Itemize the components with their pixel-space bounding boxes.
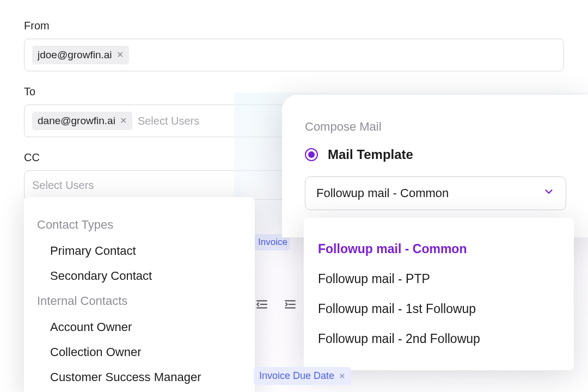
contact-type-item[interactable]: Account Owner: [37, 315, 242, 340]
template-option[interactable]: Followup mail - PTP: [318, 264, 560, 294]
indent-decrease-icon[interactable]: [255, 297, 269, 314]
invoice-due-date-text: Invoice Due Date: [259, 370, 334, 382]
chevron-down-icon: [543, 186, 555, 201]
indent-increase-icon[interactable]: [283, 297, 297, 314]
cc-placeholder: Select Users: [32, 179, 94, 192]
from-chip[interactable]: jdoe@growfin.ai ✕: [32, 46, 129, 64]
template-option[interactable]: Followup mail - 2nd Followup: [318, 324, 560, 354]
template-select[interactable]: Followup mail - Common: [305, 176, 566, 210]
close-icon[interactable]: ✕: [339, 371, 346, 381]
contact-type-item[interactable]: Customer Success Manager: [37, 365, 242, 390]
mail-template-radio[interactable]: Mail Template: [305, 147, 566, 162]
to-placeholder: Select Users: [138, 115, 199, 127]
contact-type-item[interactable]: Primary Contact: [37, 238, 242, 264]
to-input[interactable]: dane@growfin.ai ✕ Select Users: [24, 105, 285, 137]
close-icon[interactable]: ✕: [120, 117, 127, 125]
contact-types-heading: Contact Types: [37, 218, 242, 232]
template-options-list: Followup mail - Common Followup mail - P…: [304, 218, 574, 370]
template-select-value: Followup mail - Common: [316, 186, 449, 200]
from-label: From: [24, 20, 564, 32]
invoice-due-date-chip[interactable]: Invoice Due Date ✕: [254, 367, 351, 385]
to-chip[interactable]: dane@growfin.ai ✕: [32, 112, 132, 130]
contact-type-item[interactable]: Collection Owner: [37, 340, 242, 365]
close-icon[interactable]: ✕: [117, 51, 124, 59]
internal-contacts-heading: Internal Contacts: [37, 294, 242, 308]
mail-template-label: Mail Template: [328, 147, 413, 162]
template-option[interactable]: Followup mail - Common: [318, 234, 560, 264]
editor-toolbar: [255, 297, 297, 314]
compose-mail-panel: Compose Mail Mail Template Followup mail…: [282, 95, 588, 237]
cc-input[interactable]: Select Users: [24, 170, 285, 200]
compose-mail-title: Compose Mail: [305, 120, 566, 134]
contact-types-popover: Contact Types Primary Contact Secondary …: [24, 197, 255, 392]
to-chip-text: dane@growfin.ai: [38, 115, 115, 127]
contact-type-item[interactable]: Secondary Contact: [37, 264, 242, 289]
from-chip-text: jdoe@growfin.ai: [38, 49, 112, 61]
from-input[interactable]: jdoe@growfin.ai ✕: [24, 39, 564, 71]
radio-selected-icon: [305, 148, 318, 161]
template-option[interactable]: Followup mail - 1st Followup: [318, 294, 560, 324]
